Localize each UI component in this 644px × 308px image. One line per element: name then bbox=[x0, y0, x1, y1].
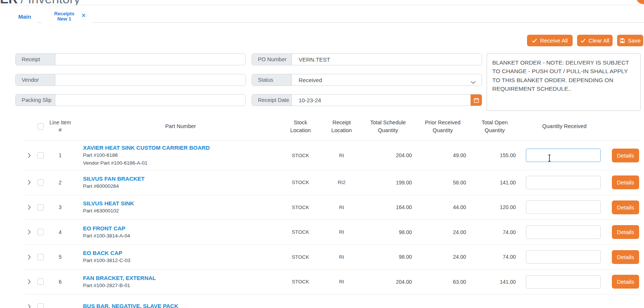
column-header-part-number: Part Number bbox=[73, 122, 278, 130]
packing-slip-field-label: Packing Slip bbox=[16, 94, 55, 106]
quantity-received-input[interactable] bbox=[526, 176, 601, 189]
quantity-received-input[interactable] bbox=[526, 250, 601, 264]
details-button[interactable]: Details bbox=[612, 175, 639, 189]
row-checkbox[interactable] bbox=[37, 179, 44, 186]
details-button[interactable]: Details bbox=[612, 225, 639, 239]
vendor-input[interactable] bbox=[55, 74, 245, 85]
calendar-button[interactable] bbox=[471, 94, 482, 106]
part-number: Part #100-2827-B-01 bbox=[83, 282, 278, 289]
column-header-total-open-quantity: Total OpenQuantity bbox=[470, 119, 520, 134]
tab-receipts[interactable]: Receipts New 1 bbox=[51, 11, 78, 21]
total-open-quantity: 141.00 bbox=[470, 279, 520, 285]
breadcrumb: ER/Inventory bbox=[0, 0, 80, 5]
stock-location: STOCK bbox=[278, 205, 323, 210]
tab-receipts-label-line2: New 1 bbox=[51, 16, 78, 22]
receipt-location: RI bbox=[323, 229, 360, 235]
calendar-icon bbox=[474, 97, 479, 103]
quantity-received-input[interactable] bbox=[526, 275, 601, 289]
line-items-body: 1 XAVIER HEAT SINK CUSTOM CARRIER BOARD … bbox=[25, 141, 640, 308]
row-checkbox[interactable] bbox=[37, 254, 44, 260]
prior-received-quantity: 63.00 bbox=[416, 279, 470, 285]
row-checkbox[interactable] bbox=[37, 304, 44, 308]
avatar[interactable] bbox=[636, 0, 644, 4]
part-name-link[interactable]: SILVUS HEAT SINK bbox=[83, 200, 278, 206]
details-button[interactable]: Details bbox=[612, 200, 639, 214]
prior-received-quantity: 44.00 bbox=[416, 204, 470, 210]
column-header-prior-received-quantity: Prior ReceivedQuantity bbox=[416, 119, 470, 134]
total-schedule-quantity: 204.00 bbox=[360, 279, 416, 285]
app-logo: ER bbox=[0, 0, 18, 5]
receipt-input[interactable] bbox=[55, 54, 245, 65]
order-note[interactable]: BLANKET ORDER - NOTE: DELIVERY IS SUBJEC… bbox=[487, 53, 641, 111]
total-schedule-quantity: 98.00 bbox=[360, 254, 416, 260]
total-open-quantity: 141.00 bbox=[470, 180, 520, 186]
table-row: BUS BAR, NEGATIVE, SLAVE PACK bbox=[25, 295, 640, 308]
part-name-link[interactable]: SILVUS FAN BRACKET bbox=[83, 175, 278, 182]
clear-all-button[interactable]: Clear All bbox=[577, 35, 613, 46]
po-number-input[interactable] bbox=[292, 54, 482, 65]
part-name-link[interactable]: EO BACK CAP bbox=[83, 250, 278, 256]
prior-received-quantity: 49.00 bbox=[416, 152, 470, 158]
expand-row-icon[interactable] bbox=[28, 205, 31, 210]
breadcrumb-separator: / bbox=[21, 0, 24, 5]
row-checkbox[interactable] bbox=[37, 279, 44, 285]
select-all-checkbox[interactable] bbox=[37, 123, 44, 130]
expand-row-icon[interactable] bbox=[28, 304, 31, 308]
expand-row-icon[interactable] bbox=[28, 229, 31, 235]
details-button[interactable]: Details bbox=[612, 149, 639, 162]
part-number: Part #100-3812-C-03 bbox=[83, 257, 278, 264]
table-row: 3 SILVUS HEAT SINK Part #63000102 STOCK … bbox=[25, 195, 640, 220]
details-button[interactable]: Details bbox=[612, 250, 639, 264]
tab-main[interactable]: Main bbox=[18, 13, 31, 20]
part-name-link[interactable]: FAN BRACKET, EXTERNAL bbox=[83, 275, 278, 281]
part-name-link[interactable]: BUS BAR, NEGATIVE, SLAVE PACK bbox=[83, 303, 278, 308]
total-schedule-quantity: 204.00 bbox=[360, 152, 416, 158]
save-label: Save bbox=[628, 37, 641, 44]
part-name-link[interactable]: EO FRONT CAP bbox=[83, 225, 278, 231]
packing-slip-field: Packing Slip bbox=[15, 94, 246, 106]
row-checkbox[interactable] bbox=[37, 152, 44, 159]
po-number-field-label: PO Number bbox=[252, 54, 292, 65]
expand-row-icon[interactable] bbox=[28, 180, 31, 185]
status-field-label: Status bbox=[252, 74, 292, 85]
stock-location: STOCK bbox=[278, 229, 323, 235]
tab-underline-dash bbox=[37, 22, 42, 23]
vendor-field-label: Vendor bbox=[16, 74, 55, 85]
details-button[interactable]: Details bbox=[612, 275, 639, 289]
packing-slip-input[interactable] bbox=[55, 94, 245, 106]
receive-all-label: Receive All bbox=[540, 37, 568, 44]
status-select[interactable]: Received bbox=[292, 74, 482, 85]
expand-row-icon[interactable] bbox=[28, 254, 31, 260]
close-tab-icon[interactable]: ✕ bbox=[81, 12, 86, 19]
receive-all-button[interactable]: Receive All bbox=[527, 35, 573, 46]
check-icon bbox=[532, 38, 537, 43]
column-header-quantity-received: Quantity Received bbox=[520, 122, 609, 130]
part-number: Part #100-3814-A-04 bbox=[83, 233, 278, 239]
quantity-received-input[interactable] bbox=[526, 225, 601, 239]
line-item-number: 2 bbox=[47, 180, 73, 186]
part-number: Part #100-6186 bbox=[83, 152, 278, 159]
line-items-table: Line Item# Part Number StockLocation Rec… bbox=[25, 119, 640, 308]
receipt-date-input[interactable] bbox=[292, 94, 471, 106]
status-field: Status Received bbox=[252, 74, 482, 86]
tab-underline bbox=[92, 22, 644, 23]
quantity-received-input[interactable] bbox=[526, 149, 601, 162]
chevron-down-icon bbox=[471, 79, 476, 85]
save-button[interactable]: Save bbox=[617, 35, 643, 46]
column-header-receipt-location: ReceiptLocation bbox=[323, 119, 360, 134]
table-row: 4 EO FRONT CAP Part #100-3814-A-04 STOCK… bbox=[25, 220, 640, 245]
quantity-received-input[interactable] bbox=[526, 200, 601, 214]
row-checkbox[interactable] bbox=[37, 229, 44, 235]
receipt-location: RI bbox=[323, 205, 360, 210]
total-schedule-quantity: 164.00 bbox=[360, 204, 416, 210]
receipt-location: RI bbox=[323, 254, 360, 260]
total-schedule-quantity: 199.00 bbox=[360, 180, 416, 186]
vendor-field: Vendor bbox=[15, 74, 246, 86]
expand-row-icon[interactable] bbox=[28, 279, 31, 284]
expand-row-icon[interactable] bbox=[28, 153, 31, 158]
app-header: ER/Inventory bbox=[0, 0, 644, 5]
page-title: Inventory bbox=[28, 0, 80, 5]
row-checkbox[interactable] bbox=[37, 204, 44, 211]
part-name-link[interactable]: XAVIER HEAT SINK CUSTOM CARRIER BOARD bbox=[83, 144, 278, 151]
receipt-location: RI bbox=[323, 153, 360, 158]
